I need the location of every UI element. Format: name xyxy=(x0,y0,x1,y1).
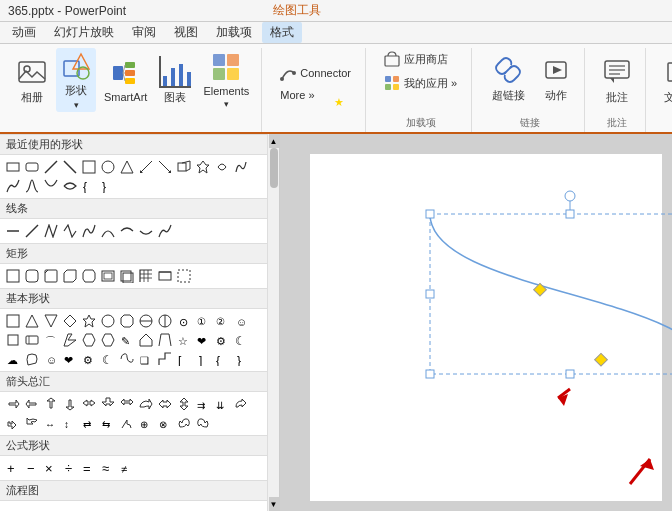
shape-item[interactable]: ✎ xyxy=(118,331,136,349)
shape-item[interactable] xyxy=(137,158,155,176)
shape-item[interactable] xyxy=(156,222,174,240)
shape-item[interactable] xyxy=(4,395,22,413)
shape-container[interactable] xyxy=(430,214,672,374)
shape-item[interactable] xyxy=(80,395,98,413)
shape-item[interactable] xyxy=(42,267,60,285)
shape-item[interactable] xyxy=(4,414,22,432)
shape-item[interactable] xyxy=(4,312,22,330)
shape-item[interactable]: ÷ xyxy=(61,459,79,477)
shape-item[interactable]: } xyxy=(99,177,117,195)
shape-item[interactable]: ↕ xyxy=(61,414,79,432)
shape-item[interactable] xyxy=(23,222,41,240)
shape-item[interactable]: ⇉ xyxy=(194,395,212,413)
shape-item[interactable] xyxy=(175,267,193,285)
shape-item[interactable] xyxy=(175,158,193,176)
shape-item[interactable] xyxy=(61,177,79,195)
canvas-area[interactable] xyxy=(280,134,672,511)
menu-animation[interactable]: 动画 xyxy=(4,22,44,43)
shape-item[interactable]: ☆ xyxy=(175,331,193,349)
shape-item[interactable]: ≠ xyxy=(118,459,136,477)
shape-item[interactable] xyxy=(118,267,136,285)
shape-item[interactable]: ⌒ xyxy=(42,331,60,349)
shape-item[interactable] xyxy=(61,222,79,240)
shape-item[interactable]: ⚙ xyxy=(213,331,231,349)
shape-item[interactable] xyxy=(42,177,60,195)
shape-item[interactable] xyxy=(80,267,98,285)
shape-item[interactable]: [ xyxy=(175,350,193,368)
scroll-down[interactable]: ▼ xyxy=(269,497,279,511)
shape-item[interactable]: ⇄ xyxy=(80,414,98,432)
shape-item[interactable]: } xyxy=(232,350,250,368)
shape-item[interactable]: × xyxy=(42,459,60,477)
shape-item[interactable] xyxy=(118,350,136,368)
shape-item[interactable] xyxy=(194,414,212,432)
shape-item[interactable] xyxy=(23,267,41,285)
shape-item[interactable] xyxy=(156,350,174,368)
shape-item[interactable] xyxy=(23,350,41,368)
shape-item[interactable]: ☺ xyxy=(232,312,250,330)
shape-item[interactable] xyxy=(118,414,136,432)
shape-item[interactable]: ⚙ xyxy=(80,350,98,368)
menu-view[interactable]: 视图 xyxy=(166,22,206,43)
shape-item[interactable]: ] xyxy=(194,350,212,368)
comment-button[interactable]: 批注 xyxy=(597,48,637,112)
store-button[interactable]: 应用商店 xyxy=(378,48,463,70)
shape-item[interactable] xyxy=(42,158,60,176)
shape-item[interactable]: { xyxy=(213,350,231,368)
shape-item[interactable] xyxy=(137,312,155,330)
shape-item[interactable] xyxy=(23,331,41,349)
shape-item[interactable]: ↔ xyxy=(42,414,60,432)
shape-item[interactable] xyxy=(61,312,79,330)
shape-item[interactable] xyxy=(118,158,136,176)
shape-item[interactable] xyxy=(61,331,79,349)
shape-item[interactable] xyxy=(61,395,79,413)
scrollbar-thumb[interactable] xyxy=(270,148,278,188)
photo-button[interactable]: 相册 xyxy=(12,48,52,112)
shape-item[interactable]: ❤ xyxy=(194,331,212,349)
shape-panel[interactable]: 最近使用的形状 xyxy=(0,134,280,511)
shape-item[interactable] xyxy=(156,395,174,413)
menu-addins[interactable]: 加载项 xyxy=(208,22,260,43)
shape-item[interactable]: ⊕ xyxy=(137,414,155,432)
shape-item[interactable] xyxy=(23,312,41,330)
shape-item[interactable] xyxy=(42,312,60,330)
shape-item[interactable] xyxy=(80,158,98,176)
shape-item[interactable]: ① xyxy=(194,312,212,330)
shape-item[interactable]: { xyxy=(80,177,98,195)
shape-item[interactable] xyxy=(80,331,98,349)
shape-item[interactable]: ⊗ xyxy=(156,414,174,432)
shape-item[interactable] xyxy=(99,331,117,349)
shape-item[interactable] xyxy=(213,158,231,176)
shape-item[interactable] xyxy=(99,222,117,240)
shape-item[interactable] xyxy=(4,158,22,176)
shape-item[interactable]: ☾ xyxy=(232,331,250,349)
shape-item[interactable] xyxy=(175,414,193,432)
shape-item[interactable] xyxy=(118,222,136,240)
shape-item[interactable]: = xyxy=(80,459,98,477)
shape-item[interactable] xyxy=(99,312,117,330)
elements-button[interactable]: Elements ▾ xyxy=(199,48,253,112)
shape-item[interactable] xyxy=(194,158,212,176)
smartart-button[interactable]: SmartArt xyxy=(100,48,151,112)
shape-item[interactable] xyxy=(99,267,117,285)
scroll-up[interactable]: ▲ xyxy=(269,134,279,148)
shape-button[interactable]: 形状 ▾ xyxy=(56,48,96,112)
shape-item[interactable]: ☁ xyxy=(4,350,22,368)
shape-item[interactable] xyxy=(23,177,41,195)
shape-item[interactable] xyxy=(61,158,79,176)
shape-item[interactable] xyxy=(232,395,250,413)
shape-item[interactable]: ❑ xyxy=(137,350,155,368)
shape-item[interactable] xyxy=(42,222,60,240)
shape-item[interactable]: ☾ xyxy=(99,350,117,368)
shape-item[interactable]: − xyxy=(23,459,41,477)
shape-item[interactable]: ⇊ xyxy=(213,395,231,413)
shape-item[interactable] xyxy=(61,267,79,285)
myapps-button[interactable]: 我的应用 » xyxy=(378,72,463,94)
chart-button[interactable]: 图表 xyxy=(155,48,195,112)
shape-item[interactable]: ② xyxy=(213,312,231,330)
shape-item[interactable]: + xyxy=(4,459,22,477)
menu-format[interactable]: 格式 xyxy=(262,22,302,43)
shape-item[interactable]: ≈ xyxy=(99,459,117,477)
shape-item[interactable] xyxy=(80,222,98,240)
shape-item[interactable] xyxy=(137,331,155,349)
